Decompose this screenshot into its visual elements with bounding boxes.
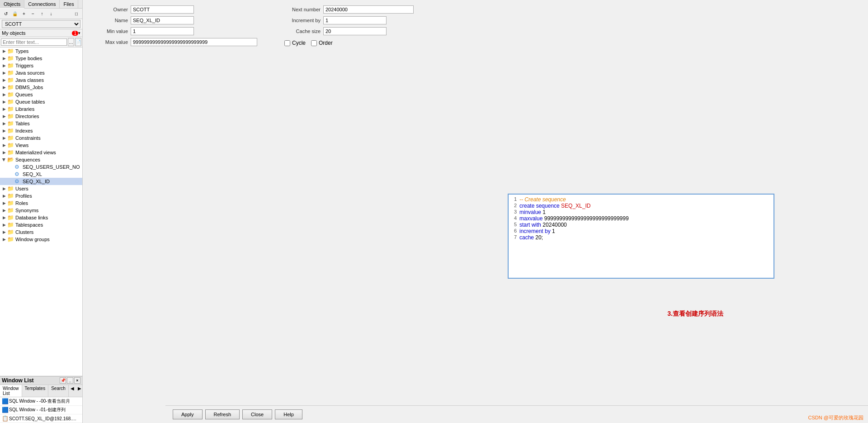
wl-close-btn[interactable]: × [74, 377, 80, 384]
tree-item[interactable]: ▶📁Java classes [0, 76, 82, 84]
tab-files[interactable]: Files [60, 0, 78, 8]
tree-item[interactable]: ▶📁Views [0, 142, 82, 149]
filter-new-btn[interactable]: 📄 [75, 38, 81, 46]
tree-label: Constraints [15, 135, 41, 141]
tree-item[interactable]: ▶📁Profiles [0, 192, 82, 200]
tree-arrow: ▶ [1, 223, 7, 227]
tree-arrow: ▶ [1, 107, 7, 111]
my-objects-dropdown[interactable]: ▾ [78, 31, 80, 35]
schema-selector-row: SCOTT [0, 19, 82, 29]
wl-min-btn[interactable]: _ [67, 377, 73, 384]
code-content: 1 [542, 209, 546, 215]
tree-item[interactable]: ▶📁Java sources [0, 69, 82, 76]
folder-icon: 📁 [7, 91, 14, 98]
window-item-label: SQL Window - -00-查看当前月 [9, 398, 70, 404]
tree-item[interactable]: ⚙SEQ_XL_ID [0, 178, 82, 185]
min-value-row: Min value [92, 27, 257, 35]
tree-item[interactable]: ⚙SEQ_USERS_USER_NO [0, 163, 82, 171]
tree-label: Tablespaces [15, 222, 43, 228]
down-btn[interactable]: ↓ [47, 10, 55, 18]
remove-btn[interactable]: − [29, 10, 37, 18]
code-line: 3minvalue 1 [510, 209, 772, 215]
tree-item[interactable]: ▶📁Types [0, 48, 82, 55]
wl-tab-scroll-right[interactable]: ▶ [76, 385, 83, 397]
next-number-input[interactable] [323, 5, 414, 14]
filter-input[interactable] [1, 38, 67, 46]
help-button[interactable]: Help [275, 409, 302, 419]
tab-objects[interactable]: Objects [0, 0, 24, 9]
line-number: 4 [510, 215, 519, 222]
name-row: Name [92, 16, 257, 24]
wl-tab-scroll-left[interactable]: ◀ [69, 385, 76, 397]
tree-item[interactable]: ▶📁DBMS_Jobs [0, 84, 82, 91]
wl-tab-search[interactable]: Search [48, 385, 69, 397]
tree-arrow: ▶ [1, 186, 7, 191]
tree-item[interactable]: ▶📁Queue tables [0, 98, 82, 105]
refresh-button[interactable]: Refresh [205, 409, 240, 419]
wl-tab-templates[interactable]: Templates [22, 385, 49, 397]
code-line-content: increment by 1 [519, 228, 772, 234]
lock-btn[interactable]: 🔒 [11, 10, 19, 18]
tree-item[interactable]: ▶📁Synonyms [0, 207, 82, 214]
up-btn[interactable]: ↑ [38, 10, 46, 18]
tab-connections[interactable]: Connections [24, 0, 60, 8]
min-value-input[interactable] [131, 27, 194, 35]
next-number-label: Next number [284, 7, 321, 12]
folder-icon: 📁 [7, 214, 14, 221]
refresh-btn[interactable]: ↺ [2, 10, 10, 18]
code-content: 20; [535, 234, 543, 241]
schema-select[interactable]: SCOTT [2, 20, 80, 28]
tree-item[interactable]: ▶📁Users [0, 185, 82, 192]
tree-item[interactable]: ▶📂Sequences [0, 156, 82, 163]
folder-icon: 📁 [7, 149, 14, 156]
max-value-row: Max value [92, 38, 257, 46]
tree-item[interactable]: ▶📁Database links [0, 214, 82, 221]
order-label: Order [319, 40, 333, 46]
owner-input[interactable] [131, 5, 194, 14]
cycle-checkbox[interactable] [284, 40, 290, 46]
max-value-input[interactable] [131, 38, 257, 46]
tree-item[interactable]: ▶📁Clusters [0, 228, 82, 236]
tree-label: Java classes [15, 77, 44, 83]
tree-label: Queues [15, 92, 33, 97]
tree-label: Profiles [15, 193, 32, 199]
cache-size-input[interactable] [323, 27, 387, 35]
filter-options-btn[interactable]: … [68, 38, 74, 46]
tree-item[interactable]: ▶📁Queues [0, 91, 82, 98]
tree-label: Synonyms [15, 208, 38, 213]
wl-pin-btn[interactable]: 📌 [60, 377, 66, 384]
close-button[interactable]: Close [242, 409, 272, 419]
code-content: minvalue [519, 209, 542, 215]
add-btn[interactable]: + [20, 10, 28, 18]
window-item[interactable]: 🟦SQL Window - -00-查看当前月 [0, 397, 82, 406]
code-content: SEQ_XL_ID [561, 203, 590, 209]
tree-item[interactable]: ▶📁Window groups [0, 236, 82, 243]
tree-item[interactable]: ⚙SEQ_XL [0, 171, 82, 178]
wl-tab-windowlist[interactable]: Window List [0, 385, 22, 397]
tree-item[interactable]: ▶📁Materialized views [0, 149, 82, 156]
code-content: maxvalue [519, 215, 544, 222]
folder-icon: 📁 [7, 106, 14, 112]
tree-item[interactable]: ▶📁Directories [0, 113, 82, 120]
tree-label: Libraries [15, 106, 34, 112]
tree-item[interactable]: ▶📁Libraries [0, 105, 82, 113]
tree-arrow: ▶ [1, 92, 7, 97]
tree-item[interactable]: ▶📁Roles [0, 200, 82, 207]
increment-by-input[interactable] [323, 16, 387, 24]
window-list-panel: Window List 📌 _ × Window List Templates … [0, 376, 82, 423]
window-item[interactable]: 🟦SQL Window - -01-创建序列 [0, 406, 82, 414]
tree-item[interactable]: ▶📁Type bodies [0, 55, 82, 62]
code-line: 4maxvalue 9999999999999999999999999999 [510, 215, 772, 222]
tree-item[interactable]: ▶📁Constraints [0, 134, 82, 142]
tree-item[interactable]: ▶📁Tables [0, 120, 82, 127]
tree-item[interactable]: ▶📁Triggers [0, 62, 82, 69]
apply-button[interactable]: Apply [173, 409, 203, 419]
folder-icon: 📁 [7, 120, 14, 127]
maximize-btn[interactable]: □ [72, 10, 80, 18]
code-line-content: start with 20240000 [519, 222, 772, 228]
name-input[interactable] [131, 16, 194, 24]
tree-item[interactable]: ▶📁Indexes [0, 127, 82, 134]
order-checkbox[interactable] [311, 40, 317, 46]
tree-item[interactable]: ▶📁Tablespaces [0, 221, 82, 228]
window-item[interactable]: 📋SCOTT.SEQ_XL_ID@192.168.34.1 [0, 414, 82, 423]
